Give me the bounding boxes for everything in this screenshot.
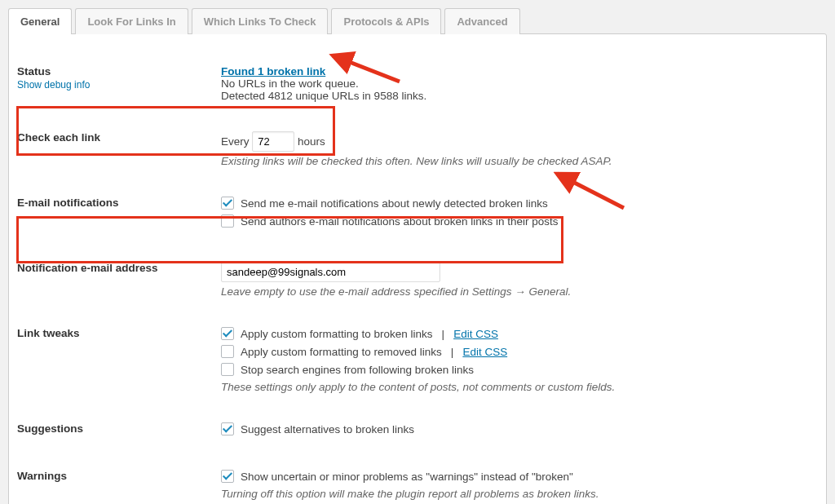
stop-search-engines-checkbox[interactable] [221, 363, 234, 376]
warnings-label: Warnings [17, 470, 67, 482]
email-notify-authors-checkbox[interactable] [221, 214, 234, 228]
show-warnings-text: Show uncertain or minor problems as "war… [241, 471, 573, 483]
tab-advanced[interactable]: Advanced [444, 8, 519, 34]
check-desc: Existing links will be checked this ofte… [221, 155, 818, 167]
edit-css-broken-link[interactable]: Edit CSS [453, 328, 498, 340]
email-notify-me-checkbox[interactable] [221, 197, 234, 210]
warnings-desc: Turning off this option will make the pl… [221, 488, 818, 500]
status-detected-text: Detected 4812 unique URLs in 9588 links. [221, 90, 426, 102]
show-debug-info-link[interactable]: Show debug info [17, 79, 213, 91]
status-queue-text: No URLs in the work queue. [221, 77, 359, 90]
format-broken-checkbox[interactable] [221, 327, 234, 340]
format-broken-text: Apply custom formatting to broken links [241, 328, 433, 340]
stop-search-engines-text: Stop search engines from following broke… [241, 364, 474, 376]
settings-panel: Status Show debug info Found 1 broken li… [8, 33, 827, 504]
email-notify-me-text: Send me e-mail notifications about newly… [241, 197, 548, 210]
format-removed-text: Apply custom formatting to removed links [241, 346, 442, 358]
suggest-alternatives-text: Suggest alternatives to broken links [241, 423, 414, 435]
tab-look-for-links-in[interactable]: Look For Links In [75, 8, 188, 34]
tab-which-links-to-check[interactable]: Which Links To Check [192, 8, 329, 34]
notification-email-desc: Leave empty to use the e-mail address sp… [221, 285, 818, 298]
check-each-link-label: Check each link [17, 131, 100, 144]
check-prefix: Every [221, 135, 250, 148]
status-label: Status [17, 65, 51, 77]
check-hours-input[interactable] [252, 131, 294, 152]
check-suffix: hours [298, 135, 325, 148]
found-broken-links-link[interactable]: Found 1 broken link [221, 65, 325, 77]
link-tweaks-label: Link tweaks [17, 327, 80, 339]
settings-tabs: General Look For Links In Which Links To… [8, 8, 827, 34]
show-warnings-checkbox[interactable] [221, 470, 234, 483]
tweaks-desc: These settings only apply to the content… [221, 381, 818, 393]
email-notify-authors-text: Send authors e-mail notifications about … [241, 215, 558, 228]
pipe-separator: | [442, 328, 445, 340]
tab-general[interactable]: General [8, 8, 72, 34]
pipe-separator-2: | [451, 346, 454, 358]
email-notifications-label: E-mail notifications [17, 197, 119, 209]
suggestions-label: Suggestions [17, 422, 83, 435]
suggest-alternatives-checkbox[interactable] [221, 422, 234, 435]
format-removed-checkbox[interactable] [221, 345, 234, 358]
notification-email-input[interactable] [221, 262, 440, 282]
edit-css-removed-link[interactable]: Edit CSS [462, 346, 507, 358]
tab-protocols-apis[interactable]: Protocols & APIs [331, 8, 441, 34]
notification-email-label: Notification e-mail address [17, 262, 158, 274]
